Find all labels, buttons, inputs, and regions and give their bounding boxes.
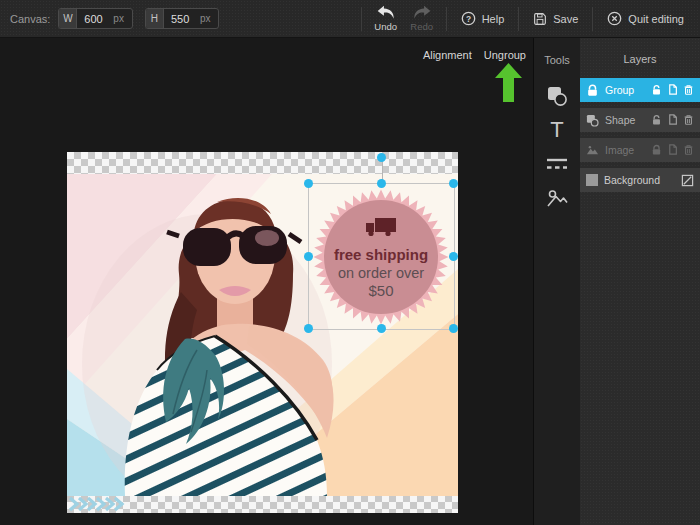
top-toolbar: Canvas: W px H px Undo Redo — [0, 0, 700, 38]
canvas-width-input-group: W px — [58, 8, 133, 29]
layer-row-shape[interactable]: Shape — [580, 108, 700, 132]
chevron-decoration — [68, 496, 130, 512]
selection-handle-n[interactable] — [377, 179, 386, 188]
duplicate-icon[interactable] — [667, 84, 678, 96]
ungroup-button[interactable]: Ungroup — [484, 49, 526, 61]
shapes-icon — [546, 85, 568, 110]
layers-panel-title: Layers — [580, 38, 700, 65]
canvas-size-label: Canvas: — [10, 13, 50, 25]
quit-editing-label: Quit editing — [628, 13, 684, 25]
layer-row-group[interactable]: Group — [580, 78, 700, 102]
toolbar-separator — [592, 7, 593, 31]
annotation-arrow-up-icon — [495, 63, 522, 102]
canvas-height-input[interactable] — [164, 13, 198, 25]
quit-icon — [607, 11, 622, 26]
canvas-width-input[interactable] — [77, 13, 111, 25]
edit-background-icon[interactable] — [681, 174, 694, 187]
text-tool-button[interactable]: T — [537, 116, 577, 146]
layer-label: Image — [605, 144, 651, 156]
canvas-height-input-group: H px — [145, 8, 220, 29]
rotation-handle[interactable] — [377, 153, 386, 162]
toolbar-separator — [518, 7, 519, 31]
delete-icon[interactable] — [683, 144, 694, 156]
layer-label: Shape — [605, 114, 651, 126]
duplicate-icon[interactable] — [667, 144, 678, 156]
quit-editing-button[interactable]: Quit editing — [599, 7, 692, 30]
svg-text:?: ? — [466, 14, 471, 24]
alignment-button[interactable]: Alignment — [423, 49, 472, 61]
toolbar-separator — [361, 7, 362, 31]
delete-icon[interactable] — [683, 84, 694, 96]
clipart-icon — [546, 188, 568, 211]
layer-row-background[interactable]: Background — [580, 168, 700, 192]
height-unit-label: px — [198, 13, 219, 24]
lock-closed-icon — [586, 84, 599, 97]
undo-button[interactable]: Undo — [368, 3, 404, 34]
context-actions: Alignment Ungroup — [423, 49, 526, 61]
toolbar-separator — [446, 7, 447, 31]
undo-icon — [374, 5, 398, 20]
selection-handle-s[interactable] — [377, 324, 386, 333]
layers-panel: Layers Group — [580, 38, 700, 525]
selection-handle-nw[interactable] — [304, 179, 313, 188]
selection-handle-w[interactable] — [304, 252, 313, 261]
lines-tool-button[interactable] — [537, 150, 577, 180]
redo-icon — [410, 5, 434, 20]
background-color-swatch — [586, 174, 598, 186]
selection-box[interactable] — [308, 183, 455, 330]
tools-panel-title: Tools — [544, 54, 570, 66]
duplicate-icon[interactable] — [667, 114, 678, 126]
layer-label: Background — [604, 174, 681, 186]
lines-icon — [546, 156, 568, 175]
image-layer-icon — [586, 144, 599, 157]
help-icon: ? — [461, 11, 476, 26]
shape-layer-icon — [586, 114, 599, 127]
redo-button[interactable]: Redo — [404, 3, 440, 34]
selection-handle-e[interactable] — [449, 252, 458, 261]
save-label: Save — [553, 13, 578, 25]
unlock-icon[interactable] — [651, 84, 662, 96]
clipart-tool-button[interactable] — [537, 184, 577, 214]
editor-stage: Alignment Ungroup — [0, 38, 533, 525]
save-button[interactable]: Save — [525, 8, 586, 30]
selection-handle-se[interactable] — [449, 324, 458, 333]
undo-label: Undo — [374, 21, 397, 32]
layer-row-image[interactable]: Image — [580, 138, 700, 162]
selection-handle-ne[interactable] — [449, 179, 458, 188]
height-dim-label: H — [146, 9, 164, 28]
delete-icon[interactable] — [683, 114, 694, 126]
width-unit-label: px — [111, 13, 132, 24]
photo-editor-app: Canvas: W px H px Undo Redo — [0, 0, 700, 525]
layer-label: Group — [605, 84, 651, 96]
redo-label: Redo — [410, 21, 433, 32]
selection-handle-sw[interactable] — [304, 324, 313, 333]
help-button[interactable]: ? Help — [453, 7, 513, 30]
help-label: Help — [482, 13, 505, 25]
lock-icon[interactable] — [651, 114, 662, 126]
tools-panel: Tools T — [533, 38, 580, 525]
locked-icon[interactable] — [651, 144, 662, 156]
save-icon — [533, 12, 547, 26]
width-dim-label: W — [59, 9, 77, 28]
text-tool-icon: T — [546, 118, 568, 145]
shapes-tool-button[interactable] — [537, 82, 577, 112]
svg-text:T: T — [550, 118, 563, 142]
